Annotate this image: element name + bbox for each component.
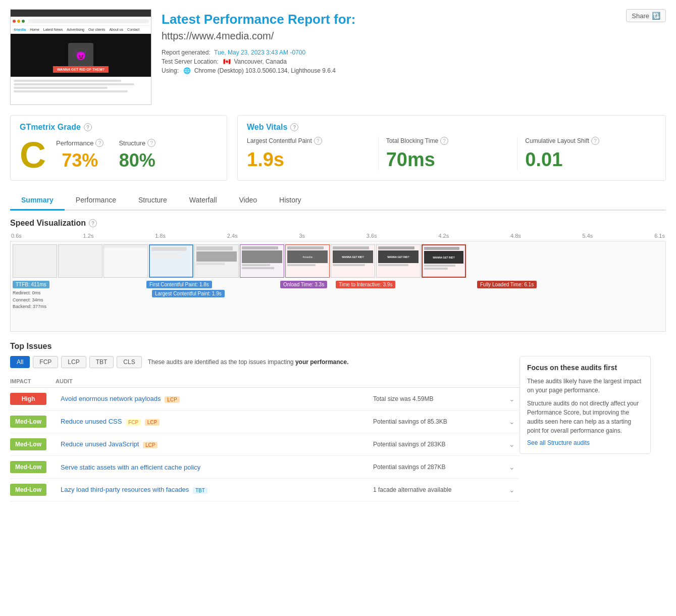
lcp-value: 1.9s bbox=[247, 149, 371, 171]
tag-fcp-2: FCP bbox=[126, 419, 141, 426]
tbt-vital: Total Blocking Time ? 70ms bbox=[379, 137, 518, 171]
speed-viz-title: Speed Visualization ? bbox=[10, 219, 666, 228]
filter-cls[interactable]: CLS bbox=[117, 356, 141, 368]
impact-medlow-4: Med-Low bbox=[10, 461, 56, 473]
tab-history[interactable]: History bbox=[268, 191, 313, 211]
gtmetrix-grade-box: GTmetrix Grade ? C Performance ? 73% bbox=[10, 115, 227, 181]
medlow-badge-4: Med-Low bbox=[10, 461, 46, 473]
filter-lcp[interactable]: LCP bbox=[61, 356, 86, 368]
filter-fcp[interactable]: FCP bbox=[33, 356, 58, 368]
site-screenshot: 4media HomeLatest NewsAdvertisingOur cli… bbox=[10, 9, 151, 105]
using-label: Using: bbox=[162, 67, 179, 74]
audit-link-4[interactable]: Serve static assets with an efficient ca… bbox=[61, 464, 200, 471]
chrome-icon: 🌐 bbox=[183, 67, 191, 74]
speed-viz-help-icon[interactable]: ? bbox=[89, 219, 97, 227]
detail-1: Total size was 4.59MB bbox=[373, 395, 504, 402]
structure-value: 80% bbox=[119, 150, 155, 171]
timing-labels: TTFB: 411ms Redirect: 0ms Connect: 34ms … bbox=[13, 281, 663, 306]
tab-video[interactable]: Video bbox=[228, 191, 269, 211]
expand-5[interactable]: ⌄ bbox=[504, 486, 519, 494]
tab-waterfall[interactable]: Waterfall bbox=[178, 191, 228, 211]
lcp-label: Largest Contentful Paint: 1.9s bbox=[152, 290, 225, 297]
audit-link-5[interactable]: Lazy load third-party resources with fac… bbox=[61, 486, 189, 493]
top-issues-section: Top Issues All FCP LCP TBT CLS These aud… bbox=[10, 342, 666, 501]
share-label: Share bbox=[632, 12, 649, 20]
filter-tbt[interactable]: TBT bbox=[89, 356, 114, 368]
sidebar-info-panel: Focus on these audits first These audits… bbox=[530, 356, 666, 501]
header-info: Latest Performance Report for: https://w… bbox=[162, 9, 666, 76]
server-row: Test Server Location: 🇨🇦 Vancouver, Cana… bbox=[162, 58, 666, 65]
web-vitals-title: Web Vitals ? bbox=[247, 123, 656, 132]
vitals-help-icon[interactable]: ? bbox=[290, 123, 298, 131]
sidebar-info: Focus on these audits first These audits… bbox=[519, 356, 651, 454]
impact-medlow-5: Med-Low bbox=[10, 484, 56, 496]
using-row: Using: 🌐 Chrome (Desktop) 103.0.5060.134… bbox=[162, 67, 666, 74]
tag-lcp-3: LCP bbox=[143, 442, 158, 448]
tbt-value: 70ms bbox=[386, 149, 510, 171]
server-value: Vancouver, Canada bbox=[234, 58, 287, 65]
grade-letter: C bbox=[20, 137, 46, 173]
frame-6 bbox=[240, 244, 284, 278]
fcp-label: First Contentful Paint: 1.8s bbox=[146, 281, 212, 288]
filmstrip-wrapper: 4media WANNA GET RID? bbox=[10, 241, 666, 332]
frame-9: WANNA GET RID? bbox=[376, 244, 421, 278]
flt-label: Fully Loaded Time: 6.1s bbox=[477, 281, 537, 288]
tbt-help-icon[interactable]: ? bbox=[440, 137, 448, 145]
time-ruler: 0.6s 1.2s 1.8s 2.4s 3s 3.6s 4.2s 4.8s 5.… bbox=[10, 233, 666, 239]
sidebar-para1: These audits likely have the largest imp… bbox=[527, 377, 643, 395]
issue-row-3: Med-Low Reduce unused JavaScript LCP Pot… bbox=[10, 433, 519, 456]
performance-metric: Performance ? 73% bbox=[56, 139, 103, 171]
filter-all[interactable]: All bbox=[10, 356, 30, 368]
audit-name-3: Reduce unused JavaScript LCP bbox=[56, 440, 373, 448]
issue-row-5: Med-Low Lazy load third-party resources … bbox=[10, 479, 519, 501]
frame-4 bbox=[149, 244, 193, 278]
cls-help-icon[interactable]: ? bbox=[591, 137, 599, 145]
expand-4[interactable]: ⌄ bbox=[504, 463, 519, 471]
sidebar-link[interactable]: See all Structure audits bbox=[527, 439, 590, 446]
frame-10: WANNA GET RID? bbox=[422, 244, 466, 278]
issue-row-4: Med-Low Serve static assets with an effi… bbox=[10, 456, 519, 479]
issues-left: All FCP LCP TBT CLS These audits are ide… bbox=[10, 356, 519, 501]
report-url: https://www.4media.com/ bbox=[162, 30, 666, 42]
structure-metric: Structure ? 80% bbox=[119, 139, 155, 171]
audit-link-2[interactable]: Reduce unused CSS bbox=[61, 418, 122, 425]
gtmetrix-grade-title: GTmetrix Grade ? bbox=[20, 123, 218, 132]
tag-lcp-1: LCP bbox=[165, 396, 179, 403]
impact-medlow-3: Med-Low bbox=[10, 438, 56, 450]
share-button[interactable]: Share 🔃 bbox=[626, 9, 666, 22]
audit-name-2: Reduce unused CSS FCP LCP bbox=[56, 418, 373, 425]
audit-name-5: Lazy load third-party resources with fac… bbox=[56, 486, 373, 493]
audit-col-header: AUDIT bbox=[56, 378, 519, 384]
audit-link-1[interactable]: Avoid enormous network payloads bbox=[61, 395, 161, 402]
lcp-vital: Largest Contentful Paint ? 1.9s bbox=[247, 137, 379, 171]
perf-help-icon[interactable]: ? bbox=[95, 139, 103, 147]
generated-row: Report generated: Tue, May 23, 2023 3:43… bbox=[162, 49, 666, 56]
tab-structure[interactable]: Structure bbox=[127, 191, 178, 211]
tab-summary[interactable]: Summary bbox=[10, 191, 65, 211]
tti-label: Time to Interactive: 3.9s bbox=[336, 281, 395, 288]
issue-row-1: High Avoid enormous network payloads LCP… bbox=[10, 388, 519, 410]
detail-3: Potential savings of 283KB bbox=[373, 441, 504, 448]
expand-3[interactable]: ⌄ bbox=[504, 440, 519, 448]
grade-help-icon[interactable]: ? bbox=[84, 123, 92, 131]
frame-7: 4media bbox=[285, 244, 330, 278]
top-issues-title: Top Issues bbox=[10, 342, 666, 351]
expand-2[interactable]: ⌄ bbox=[504, 418, 519, 426]
grade-content: C Performance ? 73% Structure ? bbox=[20, 137, 218, 173]
server-label: Test Server Location: bbox=[162, 58, 219, 65]
sidebar-title: Focus on these audits first bbox=[527, 364, 643, 372]
lcp-label: Largest Contentful Paint ? bbox=[247, 137, 371, 145]
structure-label: Structure ? bbox=[119, 139, 155, 147]
high-badge: High bbox=[10, 393, 46, 405]
performance-label: Performance ? bbox=[56, 139, 103, 147]
tab-performance[interactable]: Performance bbox=[65, 191, 127, 211]
struct-help-icon[interactable]: ? bbox=[147, 139, 155, 147]
frame-1 bbox=[13, 244, 57, 278]
ttfb-label: TTFB: 411ms bbox=[13, 281, 49, 288]
filmstrip-frames: 4media WANNA GET RID? bbox=[13, 244, 663, 278]
audit-name-1: Avoid enormous network payloads LCP bbox=[56, 395, 373, 402]
lcp-help-icon[interactable]: ? bbox=[314, 137, 322, 145]
expand-1[interactable]: ⌄ bbox=[504, 395, 519, 403]
audit-link-3[interactable]: Reduce unused JavaScript bbox=[61, 440, 139, 448]
frame-3 bbox=[103, 244, 148, 278]
